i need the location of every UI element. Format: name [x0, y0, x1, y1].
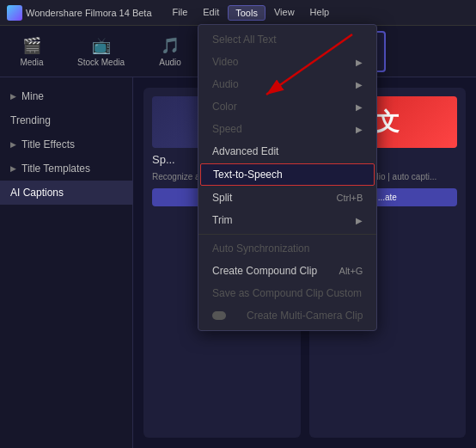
dropdown-multi-camera: Create Multi-Camera Clip	[198, 304, 376, 327]
dropdown-auto-sync: Auto Synchronization	[198, 237, 376, 260]
audio-label: Audio	[159, 58, 181, 67]
split-shortcut: Ctrl+B	[337, 193, 363, 203]
create-compound-label: Create Compound Clip	[212, 265, 322, 277]
title-templates-chevron: ▶	[10, 164, 16, 173]
toolbar-media[interactable]: 🎬 Media	[10, 33, 53, 71]
create-compound-shortcut: Alt+G	[339, 266, 363, 276]
stock-media-icon: 📺	[92, 36, 111, 55]
title-effects-chevron: ▶	[10, 140, 16, 149]
dropdown-speed: Speed ▶	[198, 118, 376, 140]
menu-file[interactable]: File	[166, 5, 195, 21]
stock-media-label: Stock Media	[77, 58, 125, 67]
trending-label: Trending	[10, 114, 51, 126]
app-name: Wondershare Filmora 14 Beta	[26, 8, 152, 18]
dropdown-select-all-text: Select All Text	[198, 28, 376, 51]
multi-camera-label: Create Multi-Camera Clip	[247, 310, 363, 322]
title-templates-label: Title Templates	[21, 163, 90, 175]
dropdown-advanced-edit[interactable]: Advanced Edit	[198, 140, 376, 163]
dropdown-color: Color ▶	[198, 95, 376, 118]
dropdown-menu: Select All Text Video ▶ Audio ▶ Color ▶ …	[198, 24, 377, 331]
color-arrow: ▶	[356, 102, 363, 112]
menu-tools[interactable]: Tools	[228, 5, 265, 21]
dropdown-text-to-speech[interactable]: Text-to-Speech	[200, 163, 375, 186]
advanced-edit-label: Advanced Edit	[212, 145, 363, 157]
mine-label: Mine	[21, 90, 44, 102]
audio-menu-label: Audio	[212, 78, 339, 90]
mine-chevron: ▶	[10, 92, 16, 101]
toolbar-audio[interactable]: 🎵 Audio	[149, 33, 192, 71]
menu-edit[interactable]: Edit	[196, 5, 226, 21]
text-to-speech-label: Text-to-Speech	[213, 169, 362, 181]
audio-icon: 🎵	[161, 36, 180, 55]
split-label: Split	[212, 192, 320, 204]
app-logo: Wondershare Filmora 14 Beta	[7, 5, 152, 21]
speed-label: Speed	[212, 123, 339, 135]
dropdown-video: Video ▶	[198, 51, 376, 73]
sidebar-item-mine[interactable]: ▶ Mine	[0, 84, 132, 108]
audio-arrow: ▶	[356, 80, 363, 89]
title-effects-label: Title Effects	[21, 138, 75, 150]
dropdown-trim[interactable]: Trim ▶	[198, 209, 376, 231]
menu-view[interactable]: View	[267, 5, 302, 21]
menu-bar: File Edit Tools View Help	[166, 5, 337, 21]
dropdown-sep-1	[198, 234, 376, 235]
select-all-text-label: Select All Text	[212, 34, 363, 46]
toolbar-stock-media[interactable]: 📺 Stock Media	[70, 33, 131, 71]
menu-help[interactable]: Help	[303, 5, 337, 21]
speed-arrow: ▶	[356, 125, 363, 134]
sidebar-item-ai-captions[interactable]: AI Captions	[0, 181, 132, 205]
title-bar: Wondershare Filmora 14 Beta File Edit To…	[0, 0, 476, 26]
video-arrow: ▶	[356, 58, 363, 67]
auto-sync-label: Auto Synchronization	[212, 242, 363, 255]
color-label: Color	[212, 101, 339, 113]
dropdown-split[interactable]: Split Ctrl+B	[198, 187, 376, 209]
video-label: Video	[212, 56, 339, 68]
trim-label: Trim	[212, 214, 339, 226]
media-icon: 🎬	[22, 36, 41, 55]
dropdown-audio: Audio ▶	[198, 73, 376, 95]
dropdown-create-compound[interactable]: Create Compound Clip Alt+G	[198, 260, 376, 282]
tools-dropdown: Select All Text Video ▶ Audio ▶ Color ▶ …	[198, 24, 377, 331]
multi-camera-checkbox	[212, 311, 226, 320]
logo-icon	[7, 5, 22, 21]
sidebar: ▶ Mine Trending ▶ Title Effects ▶ Title …	[0, 77, 133, 448]
media-label: Media	[20, 58, 43, 67]
sidebar-item-title-effects[interactable]: ▶ Title Effects	[0, 132, 132, 156]
sidebar-item-trending[interactable]: Trending	[0, 108, 132, 132]
trim-arrow: ▶	[356, 216, 363, 225]
dropdown-save-compound: Save as Compound Clip Custom	[198, 282, 376, 304]
ai-captions-label: AI Captions	[10, 187, 64, 199]
sidebar-item-title-templates[interactable]: ▶ Title Templates	[0, 156, 132, 181]
save-compound-label: Save as Compound Clip Custom	[212, 287, 363, 299]
